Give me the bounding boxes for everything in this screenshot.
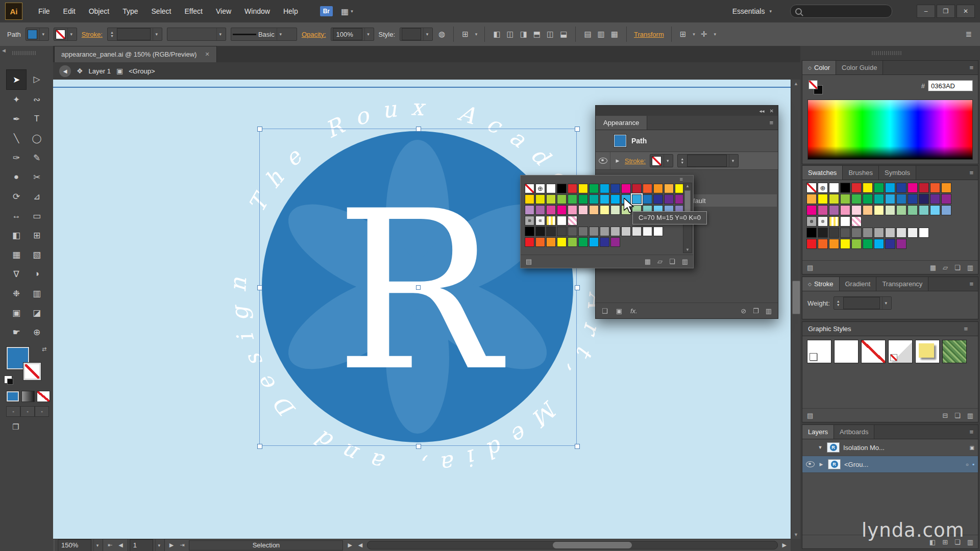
search-box[interactable]	[790, 5, 892, 18]
swatch[interactable]	[840, 239, 850, 249]
swatch[interactable]	[829, 183, 839, 193]
scroll-down-icon[interactable]: ▼	[791, 532, 801, 537]
graphic-style-split[interactable]	[888, 340, 913, 363]
swatch[interactable]	[610, 194, 620, 204]
swatch[interactable]	[851, 216, 862, 227]
swatch[interactable]	[600, 227, 609, 236]
minimize-button[interactable]: –	[917, 5, 935, 18]
swatch[interactable]	[818, 194, 828, 204]
swatch[interactable]	[643, 227, 652, 236]
shape-builder-tool[interactable]: ◧	[6, 226, 27, 245]
tools-drag-grip[interactable]	[12, 51, 36, 55]
tab-brushes[interactable]: Brushes	[843, 166, 879, 180]
selection-tool[interactable]: ➤	[6, 69, 27, 90]
swatch[interactable]	[806, 216, 817, 227]
swap-fill-stroke-icon[interactable]: ⇄	[42, 346, 46, 353]
graphic-style-shadow[interactable]	[915, 340, 940, 363]
scale-tool[interactable]: ⊿	[27, 187, 47, 206]
fill-color-dropdown[interactable]: ▾	[26, 28, 49, 41]
graphic-style-texture[interactable]	[942, 340, 967, 363]
group-target-icon[interactable]: ○	[966, 462, 969, 467]
appearance-path-row[interactable]: Path	[596, 130, 778, 152]
symbol-sprayer-tool[interactable]: ❉	[6, 284, 27, 303]
first-artboard-button[interactable]: ⇤	[106, 542, 114, 548]
layer-name[interactable]: Isolation Mo...	[843, 444, 885, 452]
swatch[interactable]	[840, 183, 850, 193]
mesh-tool[interactable]: ▦	[6, 245, 27, 264]
swatch[interactable]	[863, 228, 873, 238]
swatch[interactable]	[557, 237, 567, 247]
swatch[interactable]	[578, 227, 588, 236]
swatch[interactable]	[621, 184, 631, 193]
hscroll-right-icon[interactable]: ▶	[781, 542, 788, 548]
scissors-tool[interactable]: ✂	[27, 167, 47, 187]
align-vertical-center-icon[interactable]: ◫	[546, 30, 555, 39]
weight-stepper[interactable]: ▲▼	[836, 299, 841, 307]
swatch[interactable]	[829, 194, 839, 204]
shape-mode-chevron-icon[interactable]: ▾	[693, 32, 695, 37]
tab-gradient[interactable]: Gradient	[840, 277, 877, 291]
swatch[interactable]	[600, 184, 609, 193]
weight-value[interactable]	[843, 297, 880, 309]
appearance-stroke-weight-combo[interactable]: ▲▼ ▾	[677, 154, 739, 167]
swatches-panel-menu-icon[interactable]: ≡	[965, 166, 978, 180]
previous-artboard-button[interactable]: ◀	[117, 542, 124, 548]
swatch[interactable]	[578, 205, 588, 215]
swatch[interactable]	[546, 227, 556, 236]
opacity-combo[interactable]: 100% ▾	[331, 28, 374, 41]
popup-new-swatch-icon[interactable]: ❏	[669, 258, 675, 265]
swatch[interactable]	[568, 184, 577, 193]
document-tab[interactable]: appearance_panel.ai @ 150% (RGB/Preview)…	[54, 46, 217, 62]
selection-handle[interactable]	[416, 444, 421, 449]
swatch[interactable]	[535, 227, 545, 236]
swatch[interactable]	[546, 205, 556, 215]
swatch[interactable]	[632, 184, 642, 193]
blend-tool[interactable]: ◑	[27, 264, 47, 284]
swatch[interactable]	[818, 216, 828, 227]
next-artboard-button[interactable]: ▶	[168, 542, 175, 548]
bridge-button[interactable]: Br	[320, 6, 333, 16]
swatch[interactable]	[874, 183, 884, 193]
swatch[interactable]	[557, 194, 567, 204]
swatch[interactable]	[806, 228, 817, 238]
popup-menu-icon[interactable]: ≡	[680, 176, 683, 182]
style-dropdown[interactable]: ▾	[400, 28, 433, 41]
direct-selection-tool[interactable]: ▷	[27, 69, 47, 89]
swatch[interactable]	[643, 194, 652, 204]
swatch[interactable]	[568, 237, 577, 247]
pencil-tool[interactable]: ✎	[27, 148, 47, 167]
swatch[interactable]	[653, 184, 663, 193]
none-button[interactable]	[37, 391, 50, 402]
swatch[interactable]	[664, 194, 674, 204]
opacity-value[interactable]: 100%	[333, 28, 362, 40]
swatch[interactable]	[908, 194, 918, 204]
color-panel-menu-icon[interactable]: ≡	[965, 61, 978, 74]
blob-brush-tool[interactable]: ●	[6, 167, 27, 187]
lasso-tool[interactable]: ∾	[27, 90, 47, 109]
zoom-combo[interactable]: 150% ▾	[56, 539, 103, 551]
swatch[interactable]	[600, 237, 609, 247]
close-button[interactable]: ✕	[957, 5, 975, 18]
variable-width-profile-dropdown[interactable]: Basic ▾	[231, 28, 297, 41]
menu-help[interactable]: Help	[277, 0, 305, 22]
swatch[interactable]	[941, 194, 951, 204]
swatch[interactable]	[578, 237, 588, 247]
popup-scroll-up-icon[interactable]: ▲	[683, 184, 692, 188]
group-expand-icon[interactable]: ▶	[818, 462, 824, 467]
clear-appearance-icon[interactable]: ⊘	[741, 307, 746, 315]
magic-wand-tool[interactable]: ✦	[6, 90, 27, 109]
align-to-icon[interactable]: ✛	[700, 30, 708, 39]
swatch[interactable]	[874, 194, 884, 204]
swatch[interactable]	[557, 205, 567, 215]
popup-swatch-kinds-icon[interactable]: ▦	[645, 258, 651, 265]
stroke-weight-stepper[interactable]: ▲▼	[109, 31, 115, 38]
align-horizontal-center-icon[interactable]: ◫	[505, 30, 514, 39]
arrange-documents-chevron-icon[interactable]: ▾	[351, 9, 353, 14]
artboard-combo[interactable]: 1 ▾	[128, 539, 165, 551]
swatch[interactable]	[643, 184, 652, 193]
appearance-menu-icon[interactable]: ≡	[765, 116, 778, 130]
swatch[interactable]	[621, 227, 631, 236]
breadcrumb-group[interactable]: <Group>	[129, 67, 155, 75]
eyedropper-tool[interactable]: ∇	[6, 264, 27, 284]
paintbrush-tool[interactable]: ✑	[6, 148, 27, 167]
